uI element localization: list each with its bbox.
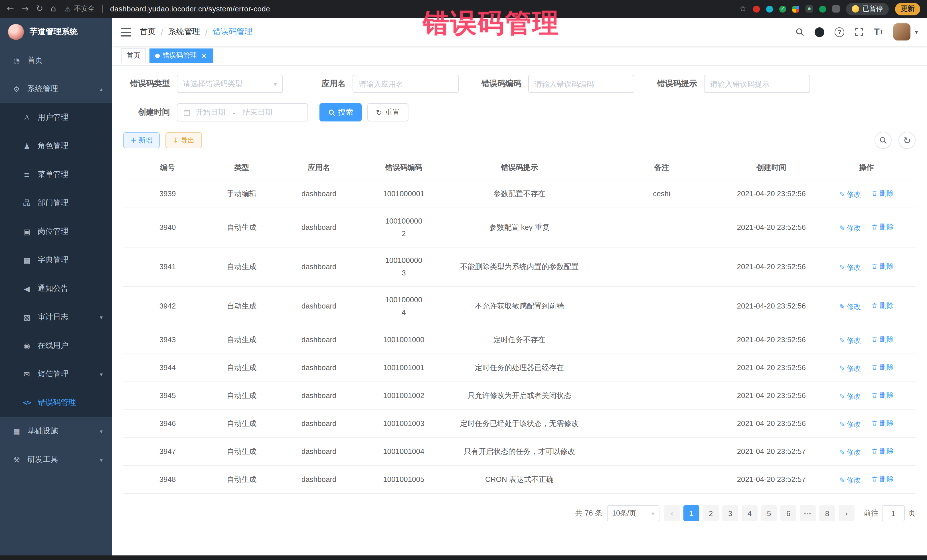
delete-link[interactable]: 删除 <box>871 389 894 401</box>
edit-link[interactable]: ✎修改 <box>839 334 861 347</box>
edit-link[interactable]: ✎修改 <box>839 418 861 431</box>
tab-errorcode[interactable]: 错误码管理 × <box>149 48 213 63</box>
sidebar-item-notice[interactable]: ◀ 通知公告 <box>0 274 112 303</box>
sidebar-item-dept[interactable]: 品 部门管理 <box>0 189 112 217</box>
page-button-5[interactable]: 5 <box>761 505 777 521</box>
chevron-icon: ▾ <box>100 428 103 434</box>
fullscreen-icon[interactable] <box>854 27 864 36</box>
sidebar-item-errorcode[interactable]: </> 错误码管理 <box>0 389 112 417</box>
page-button-4[interactable]: 4 <box>742 505 758 521</box>
edit-link[interactable]: ✎修改 <box>839 362 861 375</box>
errorcode-msg-input[interactable] <box>710 80 804 88</box>
table-tools: ↻ <box>874 132 916 149</box>
browser-forward-icon[interactable]: → <box>21 5 29 13</box>
sidebar-item-role[interactable]: ♟ 角色管理 <box>0 132 112 160</box>
breadcrumb-home[interactable]: 首页 <box>140 27 156 37</box>
profile-paused-badge[interactable]: 已暂停 <box>846 3 889 15</box>
browser-home-icon[interactable]: ⌂ <box>50 5 56 13</box>
trash-icon <box>871 420 878 426</box>
sidebar-item-post[interactable]: ▣ 岗位管理 <box>0 217 112 246</box>
bookmark-star-icon[interactable]: ☆ <box>739 5 747 13</box>
close-icon[interactable]: × <box>201 52 207 59</box>
sidebar-item-home[interactable]: ◔ 首页 <box>0 46 112 75</box>
page-button-6[interactable]: 6 <box>780 505 796 521</box>
extension-leaf-icon[interactable] <box>819 5 826 12</box>
header-search-icon[interactable] <box>795 27 804 36</box>
cell-time: 2021-04-20 23:52:57 <box>725 438 817 466</box>
sidebar-item-user[interactable]: ♙ 用户管理 <box>0 103 112 132</box>
help-icon[interactable]: ? <box>834 27 844 37</box>
export-button[interactable]: ↓ 导出 <box>166 132 202 148</box>
filter-errorcode-msg: 错误码提示 <box>650 75 810 93</box>
browser-update-button[interactable]: 更新 <box>895 3 920 15</box>
extension-grid-icon[interactable] <box>792 5 799 12</box>
goto-page-input[interactable] <box>882 505 905 521</box>
delete-link[interactable]: 删除 <box>871 187 894 200</box>
extensions-puzzle-icon[interactable] <box>832 5 840 12</box>
page-button-2[interactable]: 2 <box>703 505 719 521</box>
cell-id: 3947 <box>123 438 212 466</box>
delete-link[interactable]: 删除 <box>871 361 894 373</box>
sidebar-item-menu[interactable]: ≡ 菜单管理 <box>0 160 112 189</box>
errorcode-type-select[interactable]: 请选择错误码类型 ▾ <box>177 75 283 93</box>
avatar-caret-icon[interactable]: ▾ <box>915 29 918 35</box>
app-frame: 芋道管理系统 ◔ 首页 ⚙ 系统管理 ▴ ♙ 用户管理 ♟ 角色管理 ≡ 菜单管… <box>0 18 927 555</box>
delete-link[interactable]: 删除 <box>871 299 894 312</box>
breadcrumb-system[interactable]: 系统管理 <box>168 27 200 37</box>
delete-link[interactable]: 删除 <box>871 221 894 233</box>
reset-button[interactable]: ↻ 重置 <box>368 103 409 121</box>
extension-dark-icon[interactable] <box>805 5 813 12</box>
show-search-button[interactable] <box>874 132 892 149</box>
sidebar-item-sms[interactable]: ✉ 短信管理 ▾ <box>0 360 112 389</box>
date-range-picker[interactable]: 开始日期 - 结束日期 <box>177 103 308 121</box>
add-button[interactable]: + 新增 <box>123 132 160 148</box>
sidebar-item-system[interactable]: ⚙ 系统管理 ▴ <box>0 75 112 103</box>
edit-link[interactable]: ✎修改 <box>839 446 861 458</box>
more-pages-icon[interactable]: ••• <box>800 505 816 521</box>
delete-link[interactable]: 删除 <box>871 417 894 429</box>
edit-link[interactable]: ✎修改 <box>839 474 861 486</box>
browser-bar: ← → ↻ ⌂ ⚠ 不安全 dashboard.yudao.iocoder.cn… <box>0 0 927 18</box>
cell-type: 自动生成 <box>212 354 271 382</box>
sidebar-item-auditlog[interactable]: ▧ 审计日志 ▾ <box>0 303 112 331</box>
hamburger-icon[interactable] <box>121 28 131 36</box>
browser-reload-icon[interactable]: ↻ <box>36 5 43 13</box>
extension-teal-icon[interactable] <box>766 5 773 12</box>
sidebar-item-online[interactable]: ◉ 在线用户 <box>0 331 112 360</box>
security-chip[interactable]: ⚠ 不安全 <box>65 4 95 14</box>
edit-link[interactable]: ✎修改 <box>839 222 861 234</box>
delete-link[interactable]: 删除 <box>871 445 894 457</box>
user-avatar[interactable] <box>894 23 910 41</box>
sidebar-item-infra[interactable]: ▦ 基础设施 ▾ <box>0 417 112 445</box>
address-url[interactable]: dashboard.yudao.iocoder.cn/system/error-… <box>110 5 270 13</box>
online-icon: ◉ <box>22 341 32 350</box>
sidebar-item-dict[interactable]: ▤ 字典管理 <box>0 246 112 274</box>
sidebar-item-label: 错误码管理 <box>38 398 76 408</box>
page-size-select[interactable]: 10条/页 ▾ <box>607 505 660 521</box>
page-button-3[interactable]: 3 <box>722 505 738 521</box>
page-button-1[interactable]: 1 <box>684 505 699 521</box>
user-icon: ♙ <box>22 113 32 122</box>
extension-red-icon[interactable] <box>753 5 760 12</box>
page-button-8[interactable]: 8 <box>819 505 835 521</box>
edit-link[interactable]: ✎修改 <box>839 300 861 313</box>
cell-operations: ✎修改 删除 <box>817 287 916 326</box>
edit-link[interactable]: ✎修改 <box>839 390 861 403</box>
delete-link[interactable]: 删除 <box>871 473 894 485</box>
sidebar-item-tools[interactable]: ⚒ 研发工具 ▾ <box>0 445 112 474</box>
next-page-button[interactable]: › <box>839 505 854 521</box>
github-icon[interactable] <box>815 27 824 37</box>
delete-link[interactable]: 删除 <box>871 333 894 346</box>
app-name-input[interactable] <box>359 80 452 88</box>
errorcode-code-input[interactable] <box>535 80 628 88</box>
refresh-table-button[interactable]: ↻ <box>898 132 916 149</box>
edit-link[interactable]: ✎修改 <box>839 261 861 274</box>
delete-link[interactable]: 删除 <box>871 260 894 273</box>
browser-back-icon[interactable]: ← <box>7 5 14 13</box>
font-size-icon[interactable]: TT <box>874 27 883 36</box>
extension-green-check-icon[interactable]: ✓ <box>779 5 786 12</box>
search-button[interactable]: 搜索 <box>319 103 362 121</box>
edit-link[interactable]: ✎修改 <box>839 188 861 201</box>
tab-home[interactable]: 首页 <box>121 48 146 63</box>
prev-page-button[interactable]: ‹ <box>664 505 680 521</box>
